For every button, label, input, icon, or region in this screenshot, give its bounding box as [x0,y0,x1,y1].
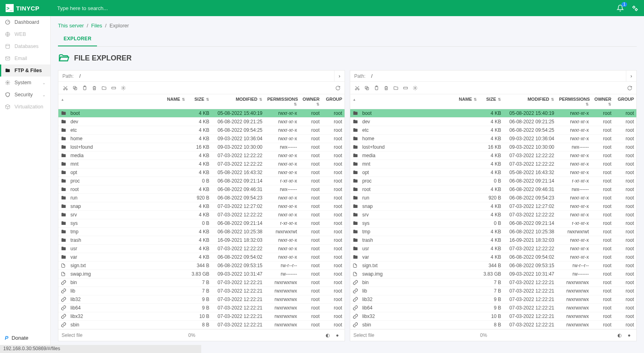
footer-action-1[interactable]: ◐ [324,331,332,339]
table-row[interactable]: boot 4 KB 05-08-2022 15:40:19 rwxr-xr-x … [350,109,636,118]
notifications-button[interactable]: 1 [617,4,624,12]
sidebar-item-databases[interactable]: Databases [0,40,50,52]
table-row[interactable]: snap 4 KB 07-03-2022 12:27:02 rwxr-xr-x … [58,202,345,211]
settings-button[interactable] [631,4,638,12]
table-row[interactable]: proc 0 B 06-08-2022 09:21:14 r-xr-xr-x r… [350,177,636,185]
table-row[interactable]: swap.img 3.83 GB 09-03-2022 10:31:47 rw-… [350,270,636,278]
table-row[interactable]: swap.img 3.83 GB 09-03-2022 10:31:47 rw-… [58,270,345,278]
logo[interactable]: >_ TINYCP [6,4,39,12]
sidebar-item-email[interactable]: Email [0,52,50,64]
cut-button[interactable] [353,83,361,92]
footer-action-2[interactable]: ● [625,331,633,339]
copy-button[interactable] [70,83,79,92]
table-row[interactable]: media 4 KB 07-03-2022 12:22:22 rwxr-xr-x… [58,152,345,160]
table-row[interactable]: libx32 10 B 07-03-2022 12:22:21 rwxrwxrw… [58,312,345,321]
refresh-button[interactable] [333,83,342,92]
search-input[interactable] [57,5,218,11]
breadcrumb-server[interactable]: This server [58,23,84,29]
table-row[interactable]: trash 4 KB 16-09-2021 18:32:03 rwxr-xr-x… [350,236,636,245]
col-permissions[interactable]: PERMISSIONS ⇅ [265,96,299,108]
col-modified[interactable]: MODIFIED ⇅ [504,96,557,108]
table-row[interactable]: sign.txt 344 B 06-08-2022 09:53:15 rw-r-… [350,262,636,270]
col-size[interactable]: SIZE ⇅ [479,96,504,108]
table-row[interactable]: lib 7 B 07-03-2022 12:22:21 rwxrwxrwx ro… [350,287,636,295]
table-row[interactable]: libx32 10 B 07-03-2022 12:22:21 rwxrwxrw… [350,312,636,321]
table-row[interactable]: bin 7 B 07-03-2022 12:22:21 rwxrwxrwx ro… [58,278,345,287]
sort-indicator[interactable]: ▴ [350,96,360,108]
table-row[interactable]: lib 7 B 07-03-2022 12:22:21 rwxrwxrwx ro… [58,287,345,295]
table-row[interactable]: dev 4 KB 06-08-2022 09:21:25 rwxr-xr-x r… [350,118,636,126]
col-name[interactable]: NAME ⇅ [360,96,479,108]
path-value[interactable]: / [78,71,334,81]
footer-action-2[interactable]: ● [333,331,341,339]
table-row[interactable]: srv 4 KB 07-03-2022 12:22:22 rwxr-xr-x r… [350,211,636,219]
table-row[interactable]: usr 4 KB 07-03-2022 12:22:22 rwxr-xr-x r… [350,245,636,253]
refresh-button[interactable] [625,83,634,92]
table-row[interactable]: mnt 4 KB 07-03-2022 12:22:22 rwxr-xr-x r… [350,160,636,168]
table-row[interactable]: proc 0 B 06-08-2022 09:21:14 r-xr-xr-x r… [58,177,345,185]
table-row[interactable]: usr 4 KB 07-03-2022 12:22:22 rwxr-xr-x r… [58,245,345,253]
table-row[interactable]: bin 7 B 07-03-2022 12:22:21 rwxrwxrwx ro… [350,278,636,287]
sidebar-item-web[interactable]: WEB [0,28,50,40]
table-row[interactable]: etc 4 KB 06-08-2022 09:54:25 rwxr-xr-x r… [58,126,345,135]
table-row[interactable]: opt 4 KB 05-08-2022 16:43:32 rwxr-xr-x r… [350,168,636,177]
table-row[interactable]: lost+found 16 KB 09-03-2022 10:30:00 rwx… [350,143,636,152]
paste-button[interactable] [80,83,89,92]
table-row[interactable]: sign.txt 344 B 06-08-2022 09:53:15 rw-r-… [58,262,345,270]
tab-explorer[interactable]: EXPLORER [58,33,97,46]
table-row[interactable]: srv 4 KB 07-03-2022 12:22:22 rwxr-xr-x r… [58,211,345,219]
table-row[interactable]: tmp 4 KB 06-08-2022 10:25:38 rwxrwxrwt r… [58,228,345,236]
table-row[interactable]: lib64 9 B 07-03-2022 12:22:21 rwxrwxrwx … [58,304,345,312]
settings-button[interactable] [411,83,419,92]
table-row[interactable]: root 4 KB 06-08-2022 09:46:31 rwx------ … [58,185,345,194]
table-row[interactable]: sys 0 B 06-08-2022 09:21:14 r-xr-xr-x ro… [350,219,636,228]
breadcrumb-files[interactable]: Files [91,23,102,29]
file-list[interactable]: boot 4 KB 05-08-2022 15:40:19 rwxr-xr-x … [350,109,636,329]
table-row[interactable]: lib64 9 B 07-03-2022 12:22:21 rwxrwxrwx … [350,304,636,312]
rename-button[interactable] [401,83,410,92]
donate-link[interactable]: P Donate [0,332,51,344]
table-row[interactable]: lib32 9 B 07-03-2022 12:22:21 rwxrwxrwx … [350,295,636,304]
newfolder-button[interactable] [391,83,400,92]
col-size[interactable]: SIZE ⇅ [188,96,212,108]
col-permissions[interactable]: PERMISSIONS ⇅ [557,96,591,108]
table-row[interactable]: root 4 KB 06-08-2022 09:46:31 rwx------ … [350,185,636,194]
table-row[interactable]: var 4 KB 06-08-2022 09:54:02 rwxr-xr-x r… [58,253,345,262]
table-row[interactable]: run 920 B 06-08-2022 09:54:23 rwxr-xr-x … [350,194,636,202]
cut-button[interactable] [61,83,70,92]
table-row[interactable]: lost+found 16 KB 09-03-2022 10:30:00 rwx… [58,143,345,152]
table-row[interactable]: lib32 9 B 07-03-2022 12:22:21 rwxrwxrwx … [58,295,345,304]
col-group[interactable]: GROUP [614,96,636,108]
settings-button[interactable] [119,83,128,92]
table-row[interactable]: home 4 KB 09-03-2022 10:36:04 rwxr-xr-x … [350,135,636,143]
sidebar-item-system[interactable]: System⌄ [0,77,50,89]
paste-button[interactable] [372,83,381,92]
table-row[interactable]: opt 4 KB 05-08-2022 16:43:32 rwxr-xr-x r… [58,168,345,177]
col-group[interactable]: GROUP [322,96,345,108]
footer-action-1[interactable]: ◐ [615,331,623,339]
table-row[interactable]: sbin 8 B 07-03-2022 12:22:21 rwxrwxrwx r… [58,321,345,329]
table-row[interactable]: boot 4 KB 05-08-2022 15:40:19 rwxr-xr-x … [58,109,345,118]
col-owner[interactable]: OWNER ⇅ [299,96,322,108]
table-row[interactable]: mnt 4 KB 07-03-2022 12:22:22 rwxr-xr-x r… [58,160,345,168]
table-row[interactable]: var 4 KB 06-08-2022 09:54:02 rwxr-xr-x r… [350,253,636,262]
col-name[interactable]: NAME ⇅ [68,96,188,108]
table-row[interactable]: run 920 B 06-08-2022 09:54:23 rwxr-xr-x … [58,194,345,202]
table-row[interactable]: tmp 4 KB 06-08-2022 10:25:38 rwxrwxrwt r… [350,228,636,236]
sidebar-item-ftp-files[interactable]: FTP & Files [0,64,50,77]
sidebar-item-dashboard[interactable]: Dashboard [0,16,50,28]
path-value[interactable]: / [369,71,626,81]
table-row[interactable]: media 4 KB 07-03-2022 12:22:22 rwxr-xr-x… [350,152,636,160]
table-row[interactable]: etc 4 KB 06-08-2022 09:54:25 rwxr-xr-x r… [350,126,636,135]
table-row[interactable]: sbin 8 B 07-03-2022 12:22:21 rwxrwxrwx r… [350,321,636,329]
table-row[interactable]: trash 4 KB 16-09-2021 18:32:03 rwxr-xr-x… [58,236,345,245]
sidebar-item-security[interactable]: Security⌄ [0,89,50,101]
copy-button[interactable] [362,83,371,92]
delete-button[interactable] [90,83,99,92]
table-row[interactable]: home 4 KB 09-03-2022 10:36:04 rwxr-xr-x … [58,135,345,143]
table-row[interactable]: sys 0 B 06-08-2022 09:21:14 r-xr-xr-x ro… [58,219,345,228]
rename-button[interactable] [109,83,118,92]
delete-button[interactable] [382,83,390,92]
path-go-button[interactable]: › [626,71,636,81]
sort-indicator[interactable]: ▴ [58,96,68,108]
